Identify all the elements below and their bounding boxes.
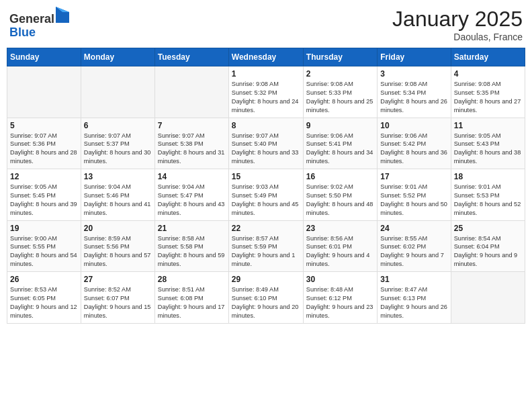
day-info: Sunrise: 9:04 AMSunset: 5:47 PMDaylight:… bbox=[158, 183, 226, 218]
day-info: Sunrise: 9:07 AMSunset: 5:38 PMDaylight:… bbox=[158, 132, 226, 167]
day-info: Sunrise: 9:01 AMSunset: 5:53 PMDaylight:… bbox=[454, 183, 522, 218]
calendar-cell: 1Sunrise: 9:08 AMSunset: 5:32 PMDaylight… bbox=[228, 66, 303, 118]
calendar-cell: 3Sunrise: 9:08 AMSunset: 5:34 PMDaylight… bbox=[378, 66, 451, 118]
calendar-cell: 28Sunrise: 8:51 AMSunset: 6:08 PMDayligh… bbox=[154, 272, 228, 324]
calendar-cell: 5Sunrise: 9:07 AMSunset: 5:36 PMDaylight… bbox=[7, 118, 81, 169]
day-number: 13 bbox=[84, 172, 152, 181]
day-number: 26 bbox=[10, 275, 78, 284]
day-info: Sunrise: 9:05 AMSunset: 5:45 PMDaylight:… bbox=[10, 183, 78, 218]
day-info: Sunrise: 9:08 AMSunset: 5:33 PMDaylight:… bbox=[306, 80, 374, 115]
weekday-header-wednesday: Wednesday bbox=[228, 48, 303, 66]
day-number: 28 bbox=[158, 275, 226, 284]
location: Daoulas, France bbox=[392, 32, 523, 42]
day-info: Sunrise: 8:47 AMSunset: 6:13 PMDaylight:… bbox=[380, 285, 447, 320]
weekday-header-monday: Monday bbox=[81, 48, 154, 66]
calendar-cell: 7Sunrise: 9:07 AMSunset: 5:38 PMDaylight… bbox=[154, 118, 228, 169]
day-number: 11 bbox=[454, 121, 522, 130]
weekday-header-thursday: Thursday bbox=[303, 48, 377, 66]
day-number: 6 bbox=[84, 121, 152, 130]
day-number: 23 bbox=[306, 224, 374, 233]
day-number: 5 bbox=[10, 121, 78, 130]
day-info: Sunrise: 8:56 AMSunset: 6:01 PMDaylight:… bbox=[306, 234, 374, 269]
page-header: General Blue January 2025 Daoulas, Franc… bbox=[7, 7, 525, 42]
day-number: 9 bbox=[306, 121, 374, 130]
title-block: January 2025 Daoulas, France bbox=[392, 7, 523, 42]
day-info: Sunrise: 8:57 AMSunset: 5:59 PMDaylight:… bbox=[232, 234, 300, 269]
day-info: Sunrise: 8:55 AMSunset: 6:02 PMDaylight:… bbox=[380, 234, 447, 269]
day-info: Sunrise: 8:49 AMSunset: 6:10 PMDaylight:… bbox=[232, 285, 300, 320]
day-number: 16 bbox=[306, 172, 374, 181]
calendar-week-row: 12Sunrise: 9:05 AMSunset: 5:45 PMDayligh… bbox=[7, 169, 525, 221]
calendar-cell: 14Sunrise: 9:04 AMSunset: 5:47 PMDayligh… bbox=[154, 169, 228, 221]
weekday-header-saturday: Saturday bbox=[451, 48, 525, 66]
day-info: Sunrise: 8:48 AMSunset: 6:12 PMDaylight:… bbox=[306, 285, 374, 320]
day-info: Sunrise: 8:54 AMSunset: 6:04 PMDaylight:… bbox=[454, 234, 522, 269]
calendar-cell: 21Sunrise: 8:58 AMSunset: 5:58 PMDayligh… bbox=[154, 220, 228, 272]
calendar-cell: 23Sunrise: 8:56 AMSunset: 6:01 PMDayligh… bbox=[303, 220, 377, 272]
weekday-header-tuesday: Tuesday bbox=[154, 48, 228, 66]
day-number: 22 bbox=[232, 224, 300, 233]
calendar-week-row: 5Sunrise: 9:07 AMSunset: 5:36 PMDaylight… bbox=[7, 118, 525, 169]
calendar-table: SundayMondayTuesdayWednesdayThursdayFrid… bbox=[7, 48, 525, 324]
day-number: 30 bbox=[306, 275, 374, 284]
day-number: 14 bbox=[158, 172, 226, 181]
day-number: 19 bbox=[10, 224, 78, 233]
day-number: 21 bbox=[158, 224, 226, 233]
logo-general-text: General bbox=[9, 12, 54, 26]
calendar-cell bbox=[7, 66, 81, 118]
calendar-cell: 10Sunrise: 9:06 AMSunset: 5:42 PMDayligh… bbox=[378, 118, 451, 169]
day-info: Sunrise: 9:01 AMSunset: 5:52 PMDaylight:… bbox=[380, 183, 447, 218]
calendar-cell: 20Sunrise: 8:59 AMSunset: 5:56 PMDayligh… bbox=[81, 220, 154, 272]
calendar-cell: 17Sunrise: 9:01 AMSunset: 5:52 PMDayligh… bbox=[378, 169, 451, 221]
calendar-cell: 4Sunrise: 9:08 AMSunset: 5:35 PMDaylight… bbox=[451, 66, 525, 118]
day-number: 15 bbox=[232, 172, 300, 181]
day-info: Sunrise: 9:06 AMSunset: 5:42 PMDaylight:… bbox=[380, 132, 447, 167]
calendar-cell bbox=[81, 66, 154, 118]
calendar-cell: 9Sunrise: 9:06 AMSunset: 5:41 PMDaylight… bbox=[303, 118, 377, 169]
day-number: 27 bbox=[84, 275, 152, 284]
logo-icon bbox=[56, 7, 69, 23]
calendar-week-row: 1Sunrise: 9:08 AMSunset: 5:32 PMDaylight… bbox=[7, 66, 525, 118]
day-info: Sunrise: 9:03 AMSunset: 5:49 PMDaylight:… bbox=[232, 183, 300, 218]
day-info: Sunrise: 9:08 AMSunset: 5:34 PMDaylight:… bbox=[380, 80, 447, 115]
day-number: 3 bbox=[380, 69, 447, 79]
calendar-cell: 31Sunrise: 8:47 AMSunset: 6:13 PMDayligh… bbox=[378, 272, 451, 324]
day-info: Sunrise: 9:07 AMSunset: 5:36 PMDaylight:… bbox=[10, 132, 78, 167]
day-info: Sunrise: 9:02 AMSunset: 5:50 PMDaylight:… bbox=[306, 183, 374, 218]
day-info: Sunrise: 9:08 AMSunset: 5:35 PMDaylight:… bbox=[454, 80, 522, 115]
day-info: Sunrise: 8:53 AMSunset: 6:05 PMDaylight:… bbox=[10, 285, 78, 320]
day-info: Sunrise: 8:59 AMSunset: 5:56 PMDaylight:… bbox=[84, 234, 152, 269]
calendar-cell bbox=[451, 272, 525, 324]
calendar-cell: 16Sunrise: 9:02 AMSunset: 5:50 PMDayligh… bbox=[303, 169, 377, 221]
day-number: 20 bbox=[84, 224, 152, 233]
day-number: 25 bbox=[454, 224, 522, 233]
day-info: Sunrise: 9:07 AMSunset: 5:40 PMDaylight:… bbox=[232, 132, 300, 167]
day-number: 4 bbox=[454, 69, 522, 79]
weekday-header-friday: Friday bbox=[378, 48, 451, 66]
calendar-cell: 11Sunrise: 9:05 AMSunset: 5:43 PMDayligh… bbox=[451, 118, 525, 169]
calendar-cell: 26Sunrise: 8:53 AMSunset: 6:05 PMDayligh… bbox=[7, 272, 81, 324]
calendar-cell: 29Sunrise: 8:49 AMSunset: 6:10 PMDayligh… bbox=[228, 272, 303, 324]
weekday-header-row: SundayMondayTuesdayWednesdayThursdayFrid… bbox=[7, 48, 525, 66]
day-info: Sunrise: 9:08 AMSunset: 5:32 PMDaylight:… bbox=[232, 80, 300, 115]
day-info: Sunrise: 9:00 AMSunset: 5:55 PMDaylight:… bbox=[10, 234, 78, 269]
day-number: 12 bbox=[10, 172, 78, 181]
svg-marker-0 bbox=[56, 7, 69, 23]
calendar-cell: 13Sunrise: 9:04 AMSunset: 5:46 PMDayligh… bbox=[81, 169, 154, 221]
day-info: Sunrise: 8:52 AMSunset: 6:07 PMDaylight:… bbox=[84, 285, 152, 320]
month-title: January 2025 bbox=[392, 7, 523, 32]
calendar-cell: 12Sunrise: 9:05 AMSunset: 5:45 PMDayligh… bbox=[7, 169, 81, 221]
calendar-cell: 25Sunrise: 8:54 AMSunset: 6:04 PMDayligh… bbox=[451, 220, 525, 272]
calendar-cell: 24Sunrise: 8:55 AMSunset: 6:02 PMDayligh… bbox=[378, 220, 451, 272]
logo-blue-text: Blue bbox=[9, 26, 36, 39]
calendar-cell bbox=[154, 66, 228, 118]
calendar-cell: 6Sunrise: 9:07 AMSunset: 5:37 PMDaylight… bbox=[81, 118, 154, 169]
day-number: 18 bbox=[454, 172, 522, 181]
calendar-cell: 15Sunrise: 9:03 AMSunset: 5:49 PMDayligh… bbox=[228, 169, 303, 221]
day-number: 24 bbox=[380, 224, 447, 233]
calendar-week-row: 19Sunrise: 9:00 AMSunset: 5:55 PMDayligh… bbox=[7, 220, 525, 272]
day-info: Sunrise: 8:51 AMSunset: 6:08 PMDaylight:… bbox=[158, 285, 226, 320]
day-number: 17 bbox=[380, 172, 447, 181]
day-number: 29 bbox=[232, 275, 300, 284]
day-number: 10 bbox=[380, 121, 447, 130]
